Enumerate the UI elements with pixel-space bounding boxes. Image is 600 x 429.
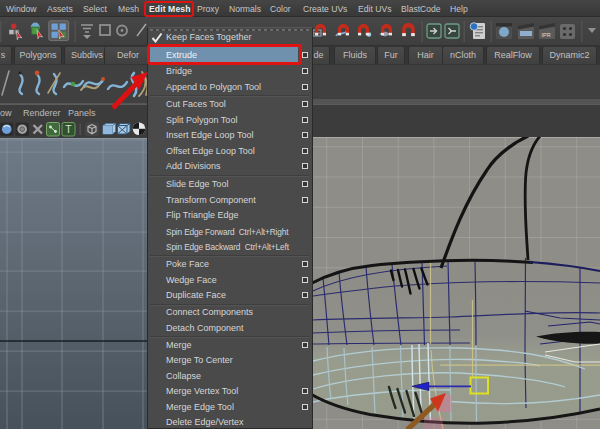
svg-text:IPR: IPR: [542, 32, 551, 38]
svg-text:T: T: [65, 123, 72, 135]
